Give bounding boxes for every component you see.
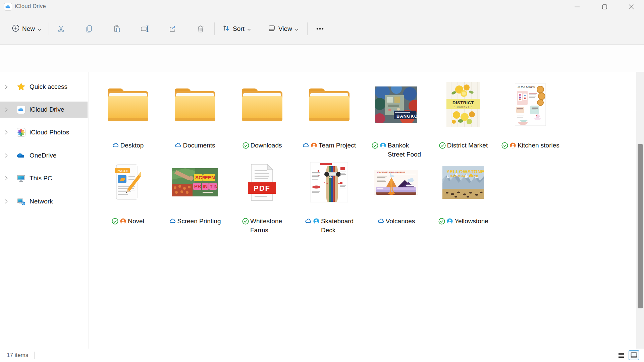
file-item-screen-printing[interactable]: SCREENPRINT INGScreen Printing (161, 156, 228, 226)
sidebar-item-icloud-drive[interactable]: iCloud Drive (0, 102, 88, 118)
svg-text:YELLOWSTONE: YELLOWSTONE (446, 169, 484, 174)
file-name: Skateboard Deck (321, 217, 354, 235)
svg-text:NATIONAL PARK: NATIONAL PARK (450, 175, 479, 178)
file-item-downloads[interactable]: Downloads (228, 76, 296, 150)
sidebar-item-network[interactable]: Network (0, 193, 88, 209)
copy-button[interactable] (82, 21, 97, 36)
scissors-icon (57, 25, 65, 33)
onedrive-icon (17, 151, 25, 160)
status-badges (305, 218, 320, 225)
new-button[interactable]: New (8, 21, 45, 36)
expand-chevron-icon[interactable] (5, 153, 9, 158)
cloud-sync-badge-icon (302, 142, 310, 149)
folder-icon (104, 86, 152, 123)
file-item-whitestone-farms[interactable]: PDFWhitestone Farms (228, 156, 296, 235)
pdf-file-icon: PDF (247, 164, 277, 201)
status-badges (302, 142, 318, 149)
icloud-photos-icon (17, 128, 25, 137)
synced-check-badge-icon (438, 218, 445, 225)
expand-chevron-icon[interactable] (5, 84, 9, 89)
details-view-button[interactable] (616, 350, 627, 360)
copy-icon (85, 25, 93, 33)
paste-icon (113, 25, 121, 33)
file-thumbnail: In the Market (497, 76, 564, 133)
cloud-sync-badge-icon (305, 218, 312, 225)
icloud-drive-icon (17, 105, 25, 114)
image-thumbnail (310, 162, 348, 202)
pages-document-icon: PAGES (114, 164, 141, 201)
file-name: Team Project (319, 141, 356, 150)
folder-icon (171, 86, 219, 123)
file-explorer-window: iCloud Drive New (0, 0, 644, 362)
chevron-down-icon (38, 25, 41, 33)
paste-button[interactable] (109, 21, 125, 36)
file-name: Kitchen stories (518, 141, 559, 150)
svg-text:T ING: T ING (210, 184, 218, 189)
cut-button[interactable] (54, 21, 69, 36)
delete-button[interactable] (193, 21, 208, 36)
large-icons-view-button[interactable] (629, 350, 639, 360)
file-item-team-project[interactable]: Team Project (296, 76, 363, 150)
sidebar-item-icloud-photos[interactable]: iCloud Photos (0, 124, 88, 140)
file-item-documents[interactable]: Documents (161, 76, 228, 150)
share-button[interactable] (165, 21, 180, 36)
view-button[interactable]: View (264, 21, 303, 36)
file-thumbnail: PDF (228, 156, 296, 209)
file-name: Volcanoes (386, 217, 415, 226)
svg-text:PR: PR (194, 183, 201, 189)
file-item-volcanoes[interactable]: VOLCANOES AND LAVA FIELDSVolcanoes (363, 156, 430, 226)
scrollbar-thumb[interactable] (638, 144, 643, 308)
sidebar-item-onedrive[interactable]: OneDrive (0, 147, 88, 164)
minimize-button[interactable] (569, 0, 585, 13)
vertical-scrollbar[interactable] (636, 72, 644, 349)
svg-text:• MARKET •: • MARKET • (454, 106, 472, 108)
svg-text:PDF: PDF (254, 184, 270, 192)
sidebar-item-this-pc[interactable]: This PC (0, 170, 88, 186)
window-chrome: iCloud Drive New (0, 0, 644, 45)
cloud-sync-badge-icon (112, 142, 119, 149)
status-badges (501, 142, 517, 149)
file-item-novel[interactable]: PAGESNovel (94, 156, 161, 226)
sidebar-item-quick-access[interactable]: Quick access (0, 79, 88, 95)
rename-button[interactable] (137, 21, 153, 36)
maximize-button[interactable] (597, 0, 612, 13)
this-pc-icon (17, 174, 25, 183)
status-badges (439, 142, 446, 149)
icloud-app-icon (4, 3, 12, 11)
file-thumbnail: VOLCANOES AND LAVA FIELDS (363, 156, 430, 209)
svg-text:DISTRICT: DISTRICT (452, 100, 474, 105)
expand-chevron-icon[interactable] (5, 130, 9, 135)
folder-icon (305, 86, 354, 123)
title-bar: iCloud Drive (0, 0, 644, 13)
sort-button[interactable]: Sort (218, 21, 255, 36)
expand-chevron-icon[interactable] (5, 176, 9, 181)
synced-check-badge-icon (111, 218, 119, 225)
close-button[interactable] (624, 0, 639, 13)
shared-person-badge-icon (310, 142, 318, 149)
ellipsis-icon (316, 28, 324, 30)
file-name: District Market (447, 141, 488, 150)
synced-check-badge-icon (242, 142, 250, 149)
file-item-bankok-street-food[interactable]: BANGKOKBankok Street Food (363, 76, 430, 159)
file-name: Yellowstone (454, 217, 488, 226)
expand-chevron-icon[interactable] (5, 107, 9, 112)
file-thumbnail (161, 76, 228, 133)
svg-text:PAGES: PAGES (117, 169, 129, 173)
file-item-yellowstone[interactable]: YELLOWSTONENATIONAL PARKYellowstone (430, 156, 497, 226)
file-item-kitchen-stories[interactable]: In the MarketKitchen stories (497, 76, 564, 150)
expand-chevron-icon[interactable] (5, 199, 9, 204)
file-item-desktop[interactable]: Desktop (94, 76, 161, 150)
files-area: DesktopDocumentsDownloadsTeam ProjectBAN… (89, 72, 636, 349)
synced-check-badge-icon (371, 142, 379, 149)
status-badges (242, 142, 250, 149)
file-name: Whitestone Farms (250, 217, 282, 235)
see-more-button[interactable] (312, 21, 328, 36)
document-thumbnail: In the Market (515, 83, 546, 126)
file-item-district-market[interactable]: DISTRICT• MARKET •District Market (430, 76, 497, 150)
file-name: Downloads (251, 141, 282, 150)
svg-text:In the Market: In the Market (518, 85, 535, 89)
file-item-skateboard-deck[interactable]: Skateboard Deck (296, 156, 363, 235)
synced-check-badge-icon (439, 142, 446, 149)
status-badges (438, 218, 453, 225)
svg-text:IN: IN (203, 183, 208, 189)
